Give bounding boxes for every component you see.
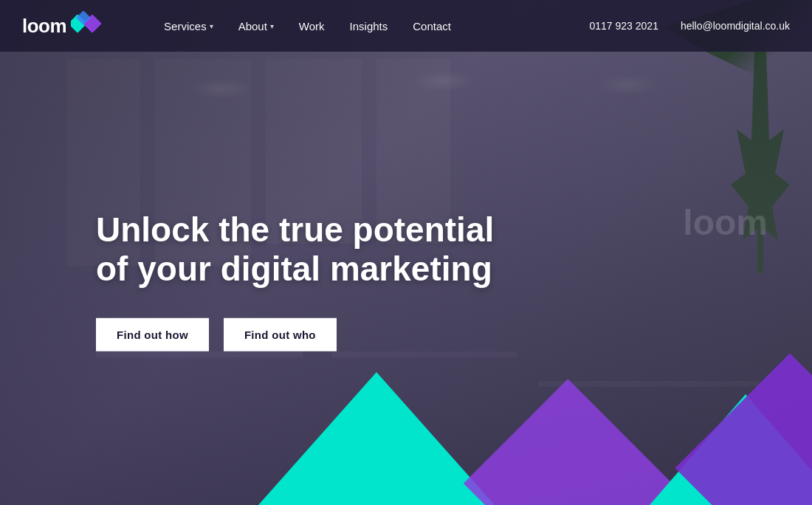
navbar: loom Services ▾ About ▾ bbox=[0, 0, 812, 52]
logo-area[interactable]: loom bbox=[22, 11, 109, 41]
hero-section: loom loom bbox=[0, 0, 812, 505]
nav-item-contact[interactable]: Contact bbox=[402, 14, 461, 38]
nav-item-services[interactable]: Services ▾ bbox=[154, 14, 224, 38]
find-out-who-button[interactable]: Find out who bbox=[224, 318, 337, 351]
logo-text: loom bbox=[22, 15, 66, 38]
nav-email[interactable]: hello@loomdigital.co.uk bbox=[681, 20, 790, 32]
logo-diamonds bbox=[71, 11, 109, 41]
wall-sign: loom bbox=[683, 202, 768, 243]
nav-item-about[interactable]: About ▾ bbox=[228, 14, 284, 38]
hero-buttons: Find out how Find out who bbox=[96, 318, 494, 351]
find-out-how-button[interactable]: Find out how bbox=[96, 318, 209, 351]
services-dropdown-arrow: ▾ bbox=[210, 22, 213, 30]
about-dropdown-arrow: ▾ bbox=[270, 22, 274, 30]
nav-phone[interactable]: 0117 923 2021 bbox=[589, 20, 658, 32]
logo-icon bbox=[71, 11, 109, 41]
hero-headline-line1: Unlock the true potential bbox=[96, 210, 494, 249]
nav-item-work[interactable]: Work bbox=[289, 14, 335, 38]
hero-content: Unlock the true potential of your digita… bbox=[96, 210, 494, 351]
hero-headline: Unlock the true potential of your digita… bbox=[96, 210, 494, 289]
nav-links: Services ▾ About ▾ Work Insights Contact… bbox=[154, 14, 790, 38]
nav-item-insights[interactable]: Insights bbox=[340, 14, 399, 38]
nav-contact: 0117 923 2021 hello@loomdigital.co.uk bbox=[589, 20, 790, 32]
hero-headline-line2: of your digital marketing bbox=[96, 250, 492, 288]
